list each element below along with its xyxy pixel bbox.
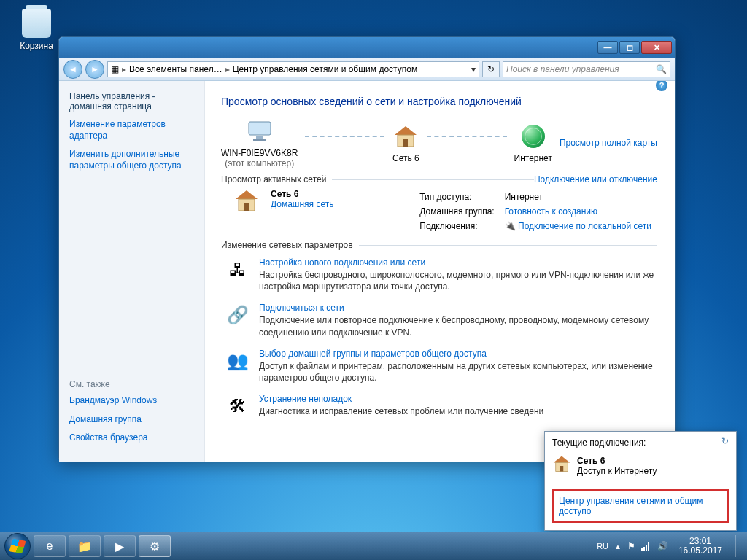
computer-icon <box>246 117 274 145</box>
help-icon[interactable]: ? <box>656 81 667 91</box>
settings-item: 🖧 Настройка нового подключения или сети … <box>225 257 657 292</box>
network-flyout: Текущие подключения: ↻ Сеть 6 Доступ к И… <box>544 431 737 531</box>
recycle-bin-label: Корзина <box>15 41 58 51</box>
node-label: Сеть 6 <box>392 153 419 163</box>
connection-entry[interactable]: Сеть 6 Доступ к Интернету <box>552 452 729 483</box>
prop-label: Подключения: <box>415 219 498 233</box>
settings-item: 👥 Выбор домашней группы и параметров общ… <box>225 349 657 384</box>
volume-icon[interactable]: 🔊 <box>657 541 668 551</box>
prop-label: Домашняя группа: <box>415 205 498 218</box>
trash-icon <box>22 9 51 38</box>
svg-marker-3 <box>395 126 417 135</box>
homegroup-icon: 👥 <box>225 349 250 373</box>
item-desc: Настройка беспроводного, широкополосного… <box>259 269 657 292</box>
new-connection-link[interactable]: Настройка нового подключения или сети <box>259 257 657 268</box>
taskbar-control-panel[interactable]: ⚙ <box>139 535 171 557</box>
connection-link[interactable]: Подключение по локальной сети <box>518 221 651 231</box>
troubleshoot-icon: 🛠 <box>225 394 250 419</box>
prop-value: Интернет <box>500 190 656 203</box>
svg-rect-5 <box>403 139 408 147</box>
page-title: Просмотр основных сведений о сети и наст… <box>221 96 657 107</box>
chevron-right-icon: ▸ <box>225 64 230 74</box>
start-button[interactable] <box>4 533 31 559</box>
search-input[interactable]: Поиск в панели управления 🔍 <box>503 61 670 77</box>
see-also-homegroup[interactable]: Домашняя группа <box>69 414 194 426</box>
network-map: WIN-F0IE9VV6K8R (этот компьютер) Сеть 6 … <box>221 117 657 168</box>
new-connection-icon: 🖧 <box>225 257 250 282</box>
network-name: Сеть 6 <box>271 189 333 199</box>
item-desc: Доступ к файлам и принтерам, расположенн… <box>259 360 657 384</box>
back-button[interactable]: ◄ <box>63 60 82 79</box>
breadcrumb-seg[interactable]: Все элементы панел… <box>129 64 222 74</box>
prop-label: Тип доступа: <box>415 190 498 203</box>
content-area: ? Просмотр основных сведений о сети и на… <box>205 81 675 462</box>
network-tray-icon[interactable] <box>641 542 651 551</box>
taskbar-ie-icon[interactable]: e <box>34 535 66 557</box>
address-bar: ◄ ► ▦ ▸ Все элементы панел… ▸ Центр упра… <box>59 58 675 81</box>
item-desc: Диагностика и исправление сетевых пробле… <box>259 405 543 417</box>
show-desktop-button[interactable] <box>735 535 743 557</box>
network-center-link[interactable]: Центр управления сетями и общим доступо <box>552 489 729 523</box>
node-network[interactable]: Сеть 6 <box>392 122 419 163</box>
homegroup-link[interactable]: Готовность к созданию <box>505 206 597 217</box>
homegroup-sharing-link[interactable]: Выбор домашней группы и параметров общег… <box>259 349 657 359</box>
close-button[interactable]: ✕ <box>641 41 672 54</box>
network-properties: Тип доступа: Интернет Домашняя группа: Г… <box>414 189 657 234</box>
see-also-label: См. также <box>69 379 194 389</box>
sidebar-link-adapter[interactable]: Изменение параметров адаптера <box>69 119 194 141</box>
connect-icon: 🔗 <box>225 303 250 327</box>
breadcrumb-seg[interactable]: Центр управления сетями и общим доступом <box>233 64 418 74</box>
clock[interactable]: 23:01 16.05.2017 <box>674 537 727 556</box>
connect-disconnect-link[interactable]: Подключение или отключение <box>534 174 657 184</box>
forward-button[interactable]: ► <box>85 60 104 79</box>
titlebar[interactable]: — ◻ ✕ <box>59 37 675 58</box>
divider <box>332 179 534 180</box>
globe-icon <box>519 122 547 150</box>
node-this-pc[interactable]: WIN-F0IE9VV6K8R (этот компьютер) <box>221 117 298 168</box>
svg-rect-1 <box>256 136 263 139</box>
troubleshoot-link[interactable]: Устранение неполадок <box>259 394 543 404</box>
see-also-firewall[interactable]: Брандмауэр Windows <box>69 395 194 407</box>
divider <box>359 245 657 246</box>
node-label: WIN-F0IE9VV6K8R <box>221 148 298 158</box>
network-type-link[interactable]: Домашняя сеть <box>271 199 333 209</box>
svg-marker-6 <box>236 190 258 199</box>
svg-rect-2 <box>253 139 266 141</box>
maximize-button[interactable]: ◻ <box>619 41 640 54</box>
full-map-link[interactable]: Просмотр полной карты <box>560 138 657 148</box>
refresh-button[interactable]: ↻ <box>482 61 500 77</box>
svg-marker-9 <box>554 456 570 463</box>
taskbar-wmp-icon[interactable]: ▶ <box>104 535 136 557</box>
search-placeholder: Поиск в панели управления <box>506 64 619 74</box>
section-active-nets: Просмотр активных сетей <box>221 174 326 184</box>
recycle-bin-icon[interactable]: Корзина <box>15 9 58 51</box>
dropdown-icon[interactable]: ▾ <box>471 64 476 74</box>
flyout-net-name: Сеть 6 <box>577 456 657 466</box>
sidebar: Панель управления - домашняя страница Из… <box>59 81 205 462</box>
section-change-settings: Изменение сетевых параметров <box>221 240 353 250</box>
connect-network-link[interactable]: Подключиться к сети <box>259 303 657 313</box>
minimize-button[interactable]: — <box>597 41 618 54</box>
active-network: Сеть 6 Домашняя сеть Тип доступа: Интерн… <box>234 189 657 234</box>
connection-line <box>427 136 506 137</box>
taskbar-explorer-icon[interactable]: 📁 <box>69 535 101 557</box>
action-center-icon[interactable]: ⚑ <box>627 541 635 551</box>
desktop: Корзина — ◻ ✕ ◄ ► ▦ ▸ Все элементы панел… <box>0 0 747 560</box>
refresh-icon[interactable]: ↻ <box>721 436 729 446</box>
connection-line <box>305 136 384 137</box>
system-tray: RU ▲ ⚑ 🔊 23:01 16.05.2017 <box>597 535 743 557</box>
nic-icon: 🔌 <box>505 221 516 231</box>
house-icon <box>234 189 259 234</box>
sidebar-link-sharing[interactable]: Изменить дополнительные параметры общего… <box>69 149 194 171</box>
see-also-browser[interactable]: Свойства браузера <box>69 432 194 444</box>
tray-overflow-icon[interactable]: ▲ <box>614 542 622 551</box>
breadcrumb[interactable]: ▦ ▸ Все элементы панел… ▸ Центр управлен… <box>107 61 479 77</box>
sidebar-heading[interactable]: Панель управления - домашняя страница <box>69 91 194 112</box>
house-icon <box>392 122 419 150</box>
node-internet[interactable]: Интернет <box>514 122 552 163</box>
date: 16.05.2017 <box>678 546 722 556</box>
node-sublabel: (этот компьютер) <box>221 158 298 168</box>
node-label: Интернет <box>514 153 552 163</box>
search-icon[interactable]: 🔍 <box>656 64 667 74</box>
language-indicator[interactable]: RU <box>597 542 608 551</box>
